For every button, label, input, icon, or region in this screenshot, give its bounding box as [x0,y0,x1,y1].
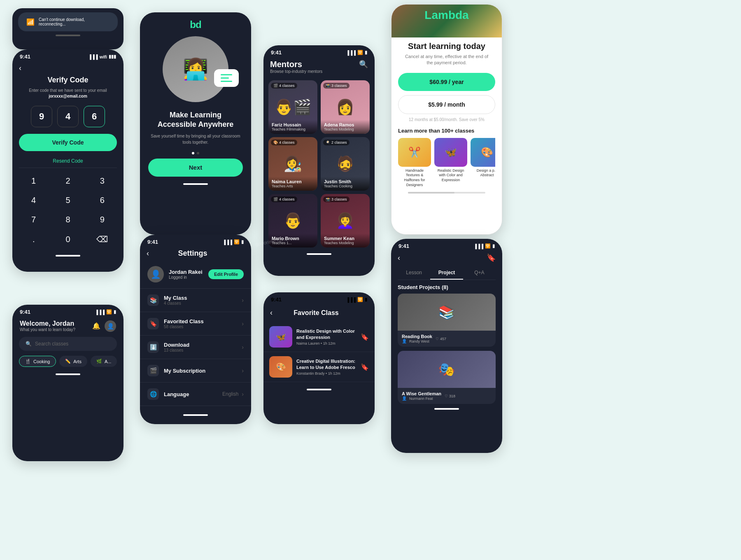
num-7[interactable]: 7 [16,210,51,229]
settings-my-class[interactable]: 📚 My Class 4 classes › [140,289,251,312]
language-icon: 🌐 [147,388,159,400]
home-subtitle: What you want to learn today? [20,327,75,332]
verify-button[interactable]: Verify Code [19,134,117,151]
bookmark-top-icon[interactable]: 🔖 [487,253,496,262]
cat-pill-more[interactable]: 🌿 A... [91,356,117,367]
cooking-icon: 🍴 [25,359,31,364]
like-count-2: ♡ 318 [445,394,455,398]
mentors-subtitle: Browse top-industry mentors [270,69,322,74]
onboard-phone: bd 👩‍💻 Make Learning Accessible Anywhere… [140,12,251,235]
code-digit-1[interactable]: 9 [31,106,52,127]
settings-phone: 9:41 ▐▐▐ 🛜 ▮ ‹ Settings 👤 Jordan Rakei L… [140,235,251,424]
price-month-button[interactable]: $5.99 / month [398,95,495,114]
subscription-label: My Subscription [164,368,242,374]
bookmark-icon-2[interactable]: 🔖 [361,363,369,371]
mario-badge: 🎬4 classes [271,196,297,202]
num-dot[interactable]: . [16,229,51,249]
avatar[interactable]: 👤 [105,320,116,332]
settings-subscription[interactable]: 🎬 My Subscription › [140,359,251,383]
favorited-sub: 58 classes [164,324,242,329]
fav-title-1: Realistic Design with Color and Expressi… [296,328,357,340]
search-icon: 🔍 [26,341,32,347]
lambda-logo: Lambda [424,9,468,22]
battery-icon: ▮ [365,297,367,302]
tabs-row: Lesson Project Q+A [398,266,496,280]
price-year-button[interactable]: $60.99 / year [398,73,495,91]
mentor-card-fariz[interactable]: 👨‍🎬 🎬4 classes Fariz Hussain Teaches Fil… [268,80,317,134]
class-thumb-2[interactable]: 🦋 Realistic Design with Color and Expres… [434,138,467,188]
project-card-2[interactable]: 🎭 A Wise Gentleman 👤 Nurmann Feat ♡ 318 [398,351,496,404]
num-5[interactable]: 5 [51,191,85,210]
wifi-icon: 🛜 [357,297,363,302]
home-header: Welcome, Jordan What you want to learn t… [12,317,124,337]
back-button[interactable]: ‹ [19,64,21,72]
save-note: 12 months at $5.00/month. Save over 5% [391,114,502,128]
num-2[interactable]: 2 [51,171,85,191]
class-thumb-1[interactable]: ✂️ Handmade Textures & Halftones for Des… [398,138,431,188]
search-bar[interactable]: 🔍 Search classes [19,337,117,351]
num-4[interactable]: 4 [16,191,51,210]
num-3[interactable]: 3 [85,171,119,191]
num-8[interactable]: 8 [51,210,85,229]
signal-icon: ▐▐▐ [346,50,356,55]
project-card-1[interactable]: 📚 Reading Book 👤 Randy West ♡ 457 [398,294,496,347]
project-title-1: Reading Book [402,334,432,339]
mentor-card-justin[interactable]: 🧔 🍳2 classes Justin Smith Teaches Cookin… [321,137,370,191]
signal-icon: ▐▐▐ [346,297,356,302]
settings-download[interactable]: ⬇️ Download 13 classes › [140,336,251,359]
cat-pill-arts[interactable]: ✏️ Arts [59,356,87,367]
code-digit-3[interactable]: 6 [84,106,105,127]
subscription-info: My Subscription [164,368,242,374]
mentor-card-summer[interactable]: 👩‍🦱 📸3 classes Summer Kean Teaches Model… [321,194,370,247]
mentor-grid: 👨‍🎬 🎬4 classes Fariz Hussain Teaches Fil… [263,77,375,251]
signal-icon: ▐▐▐ [88,54,98,59]
fav-title-2: Creative Digital Illustration: Learn to … [296,358,357,370]
settings-status-icons: ▐▐▐ 🛜 ▮ [223,239,244,245]
profile-row: 👤 Jordan Rakei Logged in Edit Profile [140,262,251,289]
status-icons-mentors: ▐▐▐ 🛜 ▮ [346,50,367,55]
naima-badge: 🎨4 classes [271,140,297,145]
tab-project[interactable]: Project [430,266,463,280]
welcome-text: Welcome, Jordan [20,320,75,327]
wifi-icon: 🛜 [357,50,363,55]
resend-code-link[interactable]: Resend Code [53,158,83,164]
edit-profile-button[interactable]: Edit Profile [208,269,244,279]
fav-meta-1: Naima Lauren • 1h 12m [296,341,357,345]
home-welcome: Welcome, Jordan What you want to learn t… [20,320,75,332]
fariz-badge: 🎬4 classes [271,83,297,89]
home-icons: 🔔 👤 [92,320,116,332]
cat-pill-cooking[interactable]: 🍴 Cooking [19,356,56,367]
code-digit-2[interactable]: 4 [57,106,79,127]
justin-badge: 🍳2 classes [323,140,350,145]
fav-item-1[interactable]: 🦋 Realistic Design with Color and Expres… [263,322,375,352]
battery-icon: ▮ [492,243,495,249]
num-1[interactable]: 1 [16,171,51,191]
profile-status: Logged in [169,275,208,280]
next-button[interactable]: Next [148,159,243,177]
fav-header: ‹ Favorite Class [263,304,375,322]
profile-avatar: 👤 [147,266,164,282]
num-6[interactable]: 6 [85,191,119,210]
search-icon[interactable]: 🔍 [359,60,368,69]
bookmark-icon-1[interactable]: 🔖 [361,333,369,341]
onboard-title: Make Learning Accessible Anywhere [150,110,241,130]
mentor-card-naima[interactable]: 👩‍🎨 🎨4 classes Naima Lauren Teaches Arts [268,137,317,191]
bell-icon[interactable]: 🔔 [92,322,100,330]
fav-item-2[interactable]: 🎨 Creative Digital Illustration: Learn t… [263,352,375,382]
settings-language[interactable]: 🌐 Language English › [140,383,251,406]
mentor-card-mario[interactable]: 👨 🎬4 classes Mario Brown Teaches 1... [268,194,317,247]
summer-badge: 📸3 classes [323,196,350,202]
class-thumb-3[interactable]: 🎨 Design a p... Abstract [471,138,495,188]
projects-back-button[interactable]: ‹ [398,254,400,262]
tab-qa[interactable]: Q+A [463,266,496,280]
menu-icon-box [214,69,239,87]
mentor-card-adena[interactable]: 👩 📸3 classes Adena Ramos Teaches Modelin… [321,80,370,134]
num-backspace[interactable]: ⌫ [85,229,119,249]
num-9[interactable]: 9 [85,210,119,229]
onboard-desc: Save yourself time by bringing all your … [150,133,241,145]
settings-favorited[interactable]: 🔖 Favorited Class 58 classes › [140,312,251,336]
num-0[interactable]: 0 [51,229,85,249]
tab-lesson[interactable]: Lesson [398,266,430,280]
favorited-info: Favorited Class 58 classes [164,318,242,329]
settings-title: Settings [149,249,236,258]
